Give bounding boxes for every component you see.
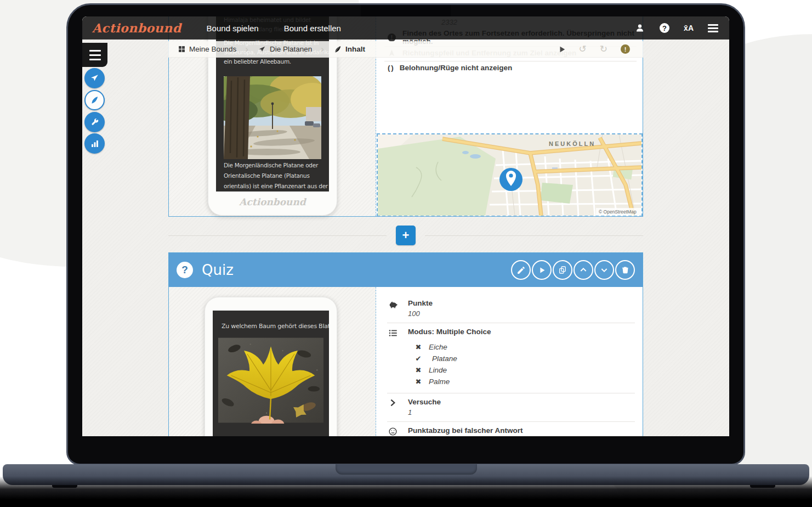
breadcrumb-label: Die Platanen — [270, 45, 312, 53]
quiz-settings: Punkte 100 Modus: Multiple Choice — [376, 287, 643, 436]
piggy-bank-icon — [388, 300, 398, 309]
divider — [168, 235, 387, 236]
setting-points: Punkte 100 — [387, 295, 635, 323]
sidebar-menu-button[interactable] — [82, 43, 107, 67]
sidebar-settings-button[interactable] — [84, 112, 105, 132]
divider — [425, 235, 643, 236]
option-text: Eiche — [429, 343, 447, 351]
stage-text-line: Die Morgenländische Platane oder — [224, 160, 328, 171]
map-area-label: NEUKÖLLN — [549, 140, 595, 147]
page-background: bis in den westlichen Himalaja beheimate… — [0, 0, 812, 507]
breadcrumb-die-platanen[interactable]: Die Platanen — [258, 45, 312, 53]
wrong-mark-icon: ✖ — [414, 366, 422, 374]
answer-options: ✖ Eiche ✔ Platane ✖ Linde — [414, 341, 635, 387]
phone-preview-quiz: Zu welchem Baum gehört dieses Blatt? — [205, 297, 337, 436]
user-icon[interactable] — [634, 22, 645, 33]
menu-icon[interactable] — [708, 22, 718, 34]
option-text: Linde — [429, 366, 447, 374]
breadcrumb-meine-bounds[interactable]: Meine Bounds — [178, 45, 236, 53]
answer-option: ✖ Palme — [414, 376, 635, 387]
help-icon[interactable]: ? — [660, 23, 669, 33]
stage-caption: Die Morgenländische Platane oder Orienta… — [224, 160, 328, 191]
sidebar-bounds-button[interactable] — [84, 68, 105, 88]
divider — [384, 61, 637, 61]
top-navbar: Actionbound Bound spielen Bound erstelle… — [82, 16, 729, 40]
quiz-element-card: ? Quiz — [168, 252, 643, 436]
bound-toolbar: ↺ ↻ ! — [558, 44, 644, 54]
setting-label: Versuche — [408, 397, 635, 407]
delete-icon[interactable] — [615, 260, 635, 280]
undo-icon[interactable]: ↺ — [579, 44, 587, 54]
avenue-photo — [224, 76, 321, 159]
nav-bound-erstellen[interactable]: Bound erstellen — [284, 24, 341, 33]
list-icon — [388, 328, 398, 338]
laptop-base-notch — [336, 464, 477, 475]
navbar-icons: ? x̄A — [634, 22, 729, 34]
laptop-shadow — [0, 476, 812, 507]
neutral-face-icon — [388, 427, 398, 436]
laptop-mockup: bis in den westlichen Himalaja beheimate… — [66, 3, 745, 465]
play-icon[interactable] — [532, 260, 552, 280]
chevron-right-icon — [388, 398, 398, 408]
move-up-icon[interactable] — [573, 260, 593, 280]
breadcrumb-separator: › — [245, 44, 248, 54]
breadcrumb-label: Inhalt — [345, 45, 365, 53]
grid-icon — [178, 46, 185, 53]
move-down-icon[interactable] — [594, 260, 614, 280]
sidebar-content-button[interactable] — [84, 90, 105, 110]
check-mark-icon: ✔ — [414, 354, 422, 363]
bar-chart-icon — [90, 139, 99, 148]
add-element-button[interactable]: + — [396, 226, 416, 245]
question-circle-icon: ? — [177, 262, 193, 278]
option-text: Platane — [432, 354, 457, 363]
warning-icon[interactable]: ! — [621, 44, 630, 54]
quill-icon — [90, 96, 99, 104]
answer-option: ✖ Eiche — [414, 341, 635, 353]
translate-icon[interactable]: x̄A — [684, 24, 694, 32]
duplicate-icon[interactable] — [553, 260, 572, 280]
breadcrumb-inhalt[interactable]: Inhalt — [334, 45, 365, 53]
paper-plane-icon — [90, 74, 99, 83]
play-icon[interactable] — [558, 46, 566, 53]
stage-text-line: Orientalische Platane (Platanus — [224, 171, 328, 181]
brackets-icon: ( ) — [388, 64, 393, 72]
stage-text-line: orientalis) ist eine Pflanzenart aus der — [224, 181, 328, 191]
breadcrumb-bar: Meine Bounds › Die Platanen › Inhalt — [168, 41, 643, 58]
answer-option: ✔ Platane — [414, 353, 635, 364]
setting-label: Punkte — [408, 298, 635, 308]
actionbound-logo[interactable]: Actionbound — [92, 21, 181, 35]
actionbound-watermark: Actionbound — [208, 196, 337, 207]
answer-option: ✖ Linde — [414, 364, 635, 376]
sidebar-results-button[interactable] — [84, 133, 105, 154]
edit-icon[interactable] — [511, 260, 531, 280]
wrong-mark-icon: ✖ — [414, 343, 422, 351]
wrong-mark-icon: ✖ — [414, 378, 422, 386]
nav-bound-spielen[interactable]: Bound spielen — [207, 24, 259, 33]
map-attribution: © OpenStreetMap — [599, 209, 637, 215]
setting-value: 100 — [408, 309, 635, 318]
quiz-toolbar — [511, 260, 643, 280]
paper-plane-icon — [258, 46, 266, 53]
quiz-body: Zu welchem Baum gehört dieses Blatt? — [169, 287, 643, 436]
browser-viewport: bis in den westlichen Himalaja beheimate… — [82, 16, 729, 436]
redo-icon[interactable]: ↻ — [600, 44, 607, 54]
location-map[interactable]: NEUKÖLLN © OpenStreetMap — [377, 133, 643, 217]
quiz-question: Zu welchem Baum gehört dieses Blatt? — [222, 322, 329, 331]
stage-text-line: ein beliebter Alleebaum. — [224, 57, 329, 66]
map-pin-icon[interactable] — [499, 168, 523, 191]
leaf-photo — [218, 337, 323, 424]
breadcrumb-separator: › — [321, 44, 324, 54]
wrench-icon — [90, 118, 99, 127]
setting-label: Punktabzug bei falscher Antwort — [408, 426, 635, 435]
breadcrumb-label: Meine Bounds — [189, 45, 236, 53]
setting-label: Belohnung/Rüge nicht anzeigen — [400, 64, 513, 72]
phone-screen: Zu welchem Baum gehört dieses Blatt? — [213, 311, 329, 436]
setting-row-no-feedback: ( ) Belohnung/Rüge nicht anzeigen — [388, 62, 512, 73]
quill-icon — [334, 46, 342, 53]
setting-penalty: Punktabzug bei falscher Antwort 10 — [387, 422, 635, 436]
setting-value: 1 — [408, 408, 635, 417]
quiz-header: ? Quiz — [169, 253, 643, 287]
quiz-title: Quiz — [202, 262, 234, 278]
hamburger-icon — [89, 50, 101, 52]
setting-label: Modus: Multiple Choice — [408, 327, 635, 336]
